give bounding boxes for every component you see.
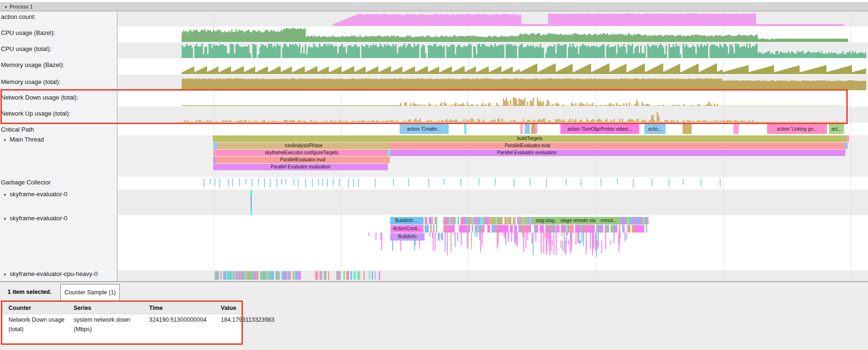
span-main-thread-depth4[interactable]: Parallel Evaluator evaluation	[213, 164, 388, 170]
track-label-text: Memory usage (Bazel):	[1, 61, 64, 68]
span-critical-path[interactable]: action 'Creatin...	[400, 124, 449, 134]
span-critical-path[interactable]	[525, 124, 530, 134]
trace-viewer: ▾Process 1 1 item selected. Counter Samp…	[0, 0, 868, 350]
span-skyframe-evaluator-row-a[interactable]: stage remote stage remo...	[560, 217, 596, 225]
collapse-arrow-icon[interactable]: ▾	[4, 138, 6, 142]
process-title: Process 1	[10, 4, 33, 9]
track-label-text: skyframe-evaluator-cpu-heavy-0	[10, 270, 98, 277]
selection-status: 1 item selected.	[8, 289, 51, 295]
track-label-12[interactable]: ▾skyframe-evaluator-cpu-heavy-0	[4, 270, 98, 277]
track-label-0[interactable]: action count:	[1, 13, 36, 20]
span-critical-path[interactable]: action 'Linking go...	[767, 124, 827, 134]
track-label-text: Memory usage (total):	[1, 78, 60, 85]
span-main-thread-depth1[interactable]	[390, 142, 845, 149]
span-main-thread-depth1[interactable]	[213, 142, 217, 149]
span-main-thread-depth3[interactable]: ParallelEvaluator.eval	[216, 157, 390, 163]
collapse-arrow-icon[interactable]: ▾	[4, 217, 6, 221]
track-label-text: skyframe-evaluator-0	[10, 215, 67, 222]
track-label-4[interactable]: Memory usage (total):	[1, 78, 60, 85]
span-main-thread-depth0[interactable]	[847, 135, 849, 142]
track-label-10[interactable]: ▾skyframe-evaluator-0	[4, 191, 67, 198]
collapse-arrow-icon[interactable]: ▾	[4, 192, 6, 197]
track-label-text: skyframe-evaluator-0	[10, 191, 67, 198]
span-main-thread-depth2[interactable]: skyframeExecutor.configureTargets	[216, 150, 388, 156]
track-label-text: Main Thread	[10, 136, 44, 143]
collapse-arrow-icon[interactable]: ▾	[4, 272, 6, 277]
span-critical-path[interactable]	[683, 124, 692, 134]
track-label-7[interactable]: Critical Path	[1, 126, 34, 133]
track-label-text: Garbage Collector	[1, 179, 51, 186]
span-critical-path[interactable]	[734, 124, 739, 134]
track-label-text: action count:	[1, 13, 36, 20]
span-label-main-thread-depth1: ParallelEvaluator.eval	[485, 142, 570, 149]
highlight-box-network-tracks	[0, 89, 848, 124]
span-skyframe-evaluator-row-a[interactable]: BuildInfo ...	[390, 217, 424, 225]
track-label-9[interactable]: Garbage Collector	[1, 179, 51, 186]
track-label-11[interactable]: ▾skyframe-evaluator-0	[4, 215, 67, 222]
track-label-8[interactable]: ▾Main Thread	[4, 136, 44, 143]
span-critical-path[interactable]	[520, 124, 523, 134]
span-skyframe-evaluator-row-c[interactable]	[438, 233, 440, 241]
highlight-box-table	[1, 300, 243, 345]
span-critical-path[interactable]: actio...	[644, 124, 666, 134]
span-main-thread-depth1[interactable]	[845, 142, 848, 149]
span-main-thread-depth0[interactable]: buildTargets	[213, 135, 847, 142]
span-main-thread-depth2[interactable]	[390, 150, 845, 156]
span-label-main-thread-depth2: Parallel Evaluator evaluation	[484, 150, 569, 156]
track-label-1[interactable]: CPU usage (Bazel):	[1, 29, 55, 36]
span-skyframe-evaluator-row-c[interactable]	[442, 233, 443, 241]
span-critical-path[interactable]: act...	[829, 124, 844, 134]
span-main-thread-depth1[interactable]: runAnalysisPhase	[217, 142, 390, 149]
track-label-3[interactable]: Memory usage (Bazel):	[1, 61, 64, 68]
process-header[interactable]: ▾Process 1	[0, 2, 868, 11]
track-label-text: CPU usage (Bazel):	[1, 29, 55, 36]
span-critical-path[interactable]: action 'GenObjcProtos video/...	[560, 124, 639, 134]
track-label-text: Critical Path	[1, 126, 34, 133]
span-skyframe-evaluator-row-a[interactable]: stag:stag..	[532, 217, 560, 225]
track-label-text: CPU usage (total):	[1, 45, 51, 52]
span-critical-path[interactable]	[535, 124, 537, 134]
collapse-arrow-icon[interactable]: ▾	[5, 3, 7, 11]
span-skyframe-evaluator-row-b[interactable]: ActionConti...	[391, 225, 424, 233]
span-skyframe-evaluator-row-a[interactable]: .remot...	[596, 217, 620, 225]
span-skyframe-evaluator-row-c[interactable]: BuildInfo	[390, 233, 425, 241]
track-label-2[interactable]: CPU usage (total):	[1, 45, 51, 52]
span-critical-path[interactable]	[531, 124, 535, 134]
tab-counter-sample[interactable]: Counter Sample (1)	[60, 284, 120, 301]
span-critical-path[interactable]	[464, 124, 467, 134]
